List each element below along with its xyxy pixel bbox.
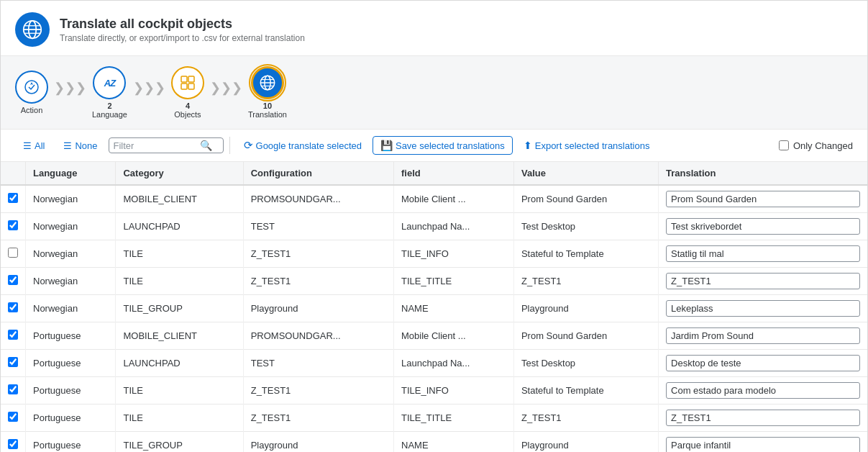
row-checkbox[interactable] — [8, 357, 18, 367]
step-language-icon: AZ — [93, 66, 126, 99]
step-language-label: Language — [92, 110, 127, 119]
wizard-arrow-3: ❯❯❯ — [210, 80, 242, 106]
row-checkbox-cell — [1, 322, 26, 350]
col-translation: Translation — [659, 162, 867, 185]
row-checkbox-cell — [1, 213, 26, 240]
row-field: Mobile Client ... — [394, 322, 514, 350]
row-field: TILE_TITLE — [394, 268, 514, 295]
row-value: Z_TEST1 — [513, 268, 658, 295]
save-icon: 💾 — [380, 140, 393, 151]
row-field: TILE_INFO — [394, 377, 514, 404]
row-translation-cell — [659, 295, 867, 322]
row-category: TILE — [116, 404, 243, 432]
row-checkbox[interactable] — [8, 439, 18, 449]
row-configuration: Z_TEST1 — [243, 268, 393, 295]
table-row: PortugueseTILE_GROUPPlaygroundNAMEPlaygr… — [1, 432, 867, 453]
row-checkbox[interactable] — [8, 302, 18, 312]
col-field: field — [394, 162, 514, 185]
row-checkbox[interactable] — [8, 275, 18, 285]
row-checkbox-cell — [1, 432, 26, 453]
table-row: NorwegianTILEZ_TEST1TILE_INFOStateful to… — [1, 240, 867, 268]
table-row: NorwegianTILE_GROUPPlaygroundNAMEPlaygro… — [1, 295, 867, 322]
export-icon: ⬆ — [524, 140, 532, 151]
wizard-arrow-2: ❯❯❯ — [133, 80, 165, 106]
row-category: MOBILE_CLIENT — [116, 322, 243, 350]
only-changed-wrap: Only Changed — [779, 140, 853, 151]
google-translate-button[interactable]: ⟳ Google translate selected — [236, 135, 370, 155]
step-objects-label: Objects — [174, 110, 201, 119]
translation-input[interactable] — [666, 437, 860, 452]
row-translation-cell — [659, 377, 867, 404]
header-text: Translate all cockpit objects Translate … — [60, 17, 305, 43]
translation-input[interactable] — [666, 191, 860, 207]
row-checkbox[interactable] — [8, 384, 18, 394]
select-none-button[interactable]: ☰ None — [55, 137, 105, 155]
wizard-step-translation[interactable]: 10 Translation — [248, 66, 287, 119]
row-value: Stateful to Template — [513, 377, 658, 404]
row-translation-cell — [659, 404, 867, 432]
save-translations-label: Save selected translations — [396, 140, 505, 151]
translation-input[interactable] — [666, 327, 860, 344]
translation-input[interactable] — [666, 300, 860, 317]
page-title: Translate all cockpit objects — [60, 17, 305, 32]
row-value: Test Desktop — [513, 213, 658, 240]
wizard-step-action[interactable]: Action — [15, 71, 48, 114]
row-category: LAUNCHPAD — [116, 213, 243, 240]
wizard-step-objects[interactable]: 4 Objects — [171, 66, 204, 119]
step-action-label: Action — [21, 106, 43, 114]
row-value: Z_TEST1 — [513, 404, 658, 432]
translation-input[interactable] — [666, 218, 860, 235]
table-row: NorwegianMOBILE_CLIENTPROMSOUNDGAR...Mob… — [1, 185, 867, 213]
translation-table-wrap: Language Category Configuration field Va… — [1, 162, 867, 452]
translation-input[interactable] — [666, 355, 860, 371]
table-header-row: Language Category Configuration field Va… — [1, 162, 867, 185]
row-checkbox[interactable] — [8, 330, 18, 340]
row-configuration: Playground — [243, 432, 393, 453]
row-language: Norwegian — [26, 268, 116, 295]
row-configuration: Z_TEST1 — [243, 377, 393, 404]
step-translation-icon — [251, 66, 284, 99]
row-language: Portuguese — [26, 404, 116, 432]
row-configuration: Z_TEST1 — [243, 240, 393, 268]
google-translate-label: Google translate selected — [256, 140, 362, 151]
row-field: TILE_INFO — [394, 240, 514, 268]
svg-rect-6 — [181, 76, 187, 82]
row-value: Test Desktop — [513, 350, 658, 377]
export-translations-button[interactable]: ⬆ Export selected translations — [516, 136, 658, 155]
row-category: TILE_GROUP — [116, 432, 243, 453]
row-translation-cell — [659, 268, 867, 295]
col-configuration: Configuration — [243, 162, 393, 185]
translation-input[interactable] — [666, 382, 860, 399]
wizard-step-language[interactable]: AZ 2 Language — [92, 66, 127, 119]
row-value: Playground — [513, 295, 658, 322]
only-changed-label: Only Changed — [793, 140, 853, 151]
col-checkbox — [1, 162, 26, 185]
wizard-bar: Action ❯❯❯ AZ 2 Language ❯❯❯ — [1, 56, 867, 130]
only-changed-checkbox[interactable] — [779, 140, 789, 150]
translation-table: Language Category Configuration field Va… — [1, 162, 867, 452]
row-checkbox[interactable] — [8, 193, 18, 203]
row-checkbox[interactable] — [8, 412, 18, 422]
row-field: NAME — [394, 295, 514, 322]
table-row: NorwegianLAUNCHPADTESTLaunchpad Na...Tes… — [1, 213, 867, 240]
translation-input[interactable] — [666, 410, 860, 426]
row-language: Portuguese — [26, 322, 116, 350]
filter-input[interactable] — [114, 140, 200, 151]
row-checkbox[interactable] — [8, 248, 18, 258]
toolbar-separator-1 — [229, 137, 230, 154]
filter-wrap: 🔍 — [109, 137, 224, 153]
row-language: Portuguese — [26, 350, 116, 377]
table-row: PortugueseMOBILE_CLIENTPROMSOUNDGAR...Mo… — [1, 322, 867, 350]
row-checkbox[interactable] — [8, 220, 18, 230]
row-category: TILE — [116, 268, 243, 295]
row-language: Portuguese — [26, 377, 116, 404]
translation-input[interactable] — [666, 245, 860, 262]
translation-input[interactable] — [666, 273, 860, 289]
select-all-button[interactable]: ☰ All — [15, 137, 52, 155]
toolbar: ☰ All ☰ None 🔍 ⟳ Google translate select… — [1, 130, 867, 162]
app-icon — [15, 12, 50, 47]
step-language-count: 2 — [107, 101, 111, 110]
svg-rect-7 — [188, 76, 194, 82]
save-translations-button[interactable]: 💾 Save selected translations — [373, 136, 513, 155]
app-header: Translate all cockpit objects Translate … — [1, 1, 867, 56]
